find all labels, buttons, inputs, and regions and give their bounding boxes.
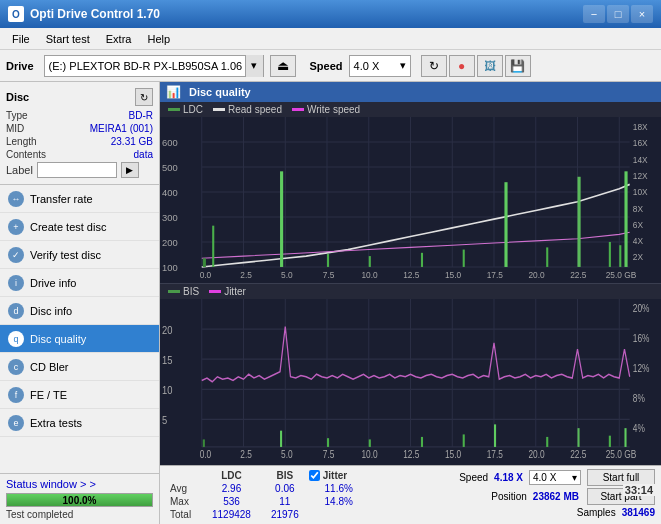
status-window-link[interactable]: Status window > > [6, 478, 96, 490]
svg-text:8%: 8% [633, 393, 645, 404]
svg-text:7.5: 7.5 [323, 270, 335, 280]
sidebar-item-extra-tests[interactable]: e Extra tests [0, 409, 159, 437]
position-val: 23862 MB [533, 491, 579, 502]
disc-label-input[interactable] [37, 162, 117, 178]
menu-help[interactable]: Help [139, 31, 178, 47]
svg-text:500: 500 [162, 162, 178, 173]
disc-mid-label: MID [6, 123, 24, 134]
sidebar-item-disc-quality[interactable]: q Disc quality [0, 325, 159, 353]
main-content: 📊 Disc quality LDC Read speed [160, 82, 661, 524]
speed-combo[interactable]: 4.0 X ▾ [529, 470, 581, 485]
sidebar-item-transfer-rate[interactable]: ↔ Transfer rate [0, 185, 159, 213]
svg-rect-51 [504, 182, 507, 267]
svg-text:4%: 4% [633, 423, 645, 434]
extra-tests-icon: e [8, 415, 24, 431]
create-test-disc-label: Create test disc [30, 221, 106, 233]
sidebar-item-drive-info[interactable]: i Drive info [0, 269, 159, 297]
total-row-label: Total [166, 508, 202, 521]
speed-stat-val: 4.18 X [494, 472, 523, 483]
svg-text:5: 5 [162, 415, 167, 427]
speed-dropdown-arrow[interactable]: ▾ [400, 59, 406, 72]
svg-text:5.0: 5.0 [281, 450, 293, 461]
svg-rect-103 [609, 436, 611, 447]
svg-rect-44 [203, 258, 206, 267]
maximize-button[interactable]: □ [607, 5, 629, 23]
sidebar-item-create-test-disc[interactable]: + Create test disc [0, 213, 159, 241]
svg-text:16X: 16X [633, 138, 648, 148]
menu-start-test[interactable]: Start test [38, 31, 98, 47]
sidebar-item-fe-te[interactable]: f FE / TE [0, 381, 159, 409]
svg-text:25.0 GB: 25.0 GB [606, 270, 637, 280]
toolbar-btn-save[interactable]: 💾 [505, 55, 531, 77]
svg-text:2X: 2X [633, 252, 644, 262]
svg-text:15.0: 15.0 [445, 270, 461, 280]
disc-quality-label: Disc quality [30, 333, 86, 345]
svg-text:5.0: 5.0 [281, 270, 293, 280]
svg-text:25.0 GB: 25.0 GB [606, 450, 637, 461]
svg-text:200: 200 [162, 237, 178, 248]
avg-row-label: Avg [166, 482, 202, 495]
svg-text:12.5: 12.5 [403, 270, 419, 280]
eject-button[interactable]: ⏏ [270, 55, 296, 77]
svg-text:0.0: 0.0 [200, 270, 212, 280]
status-area: Status window > > 100.0% Test completed [0, 473, 159, 524]
sidebar-item-verify-test-disc[interactable]: ✓ Verify test disc [0, 241, 159, 269]
col-ldc-header: LDC [202, 469, 261, 482]
svg-text:20%: 20% [633, 303, 650, 314]
create-test-disc-icon: + [8, 219, 24, 235]
jitter-label: Jitter [323, 470, 347, 481]
app-icon: O [8, 6, 24, 22]
menu-bar: File Start test Extra Help [0, 28, 661, 50]
disc-length-value: 23.31 GB [111, 136, 153, 147]
svg-text:12%: 12% [633, 363, 650, 374]
legend-write-speed: Write speed [307, 104, 360, 115]
svg-text:10.0: 10.0 [361, 450, 377, 461]
svg-text:15.0: 15.0 [445, 450, 461, 461]
menu-file[interactable]: File [4, 31, 38, 47]
bottom-chart-svg: 20 15 10 5 20% 16% 12% 8% 4% 0.0 2.5 5.0… [160, 299, 661, 462]
close-button[interactable]: × [631, 5, 653, 23]
chart-title-bar: 📊 Disc quality [160, 82, 661, 102]
svg-rect-104 [624, 428, 626, 447]
verify-test-disc-icon: ✓ [8, 247, 24, 263]
toolbar-btn-1[interactable]: ↻ [421, 55, 447, 77]
minimize-button[interactable]: − [583, 5, 605, 23]
avg-ldc: 2.96 [202, 482, 261, 495]
toolbar-btn-2[interactable]: ● [449, 55, 475, 77]
disc-quality-icon: q [8, 331, 24, 347]
svg-text:300: 300 [162, 212, 178, 223]
verify-test-disc-label: Verify test disc [30, 249, 101, 261]
legend-read-speed: Read speed [228, 104, 282, 115]
jitter-checkbox[interactable] [309, 470, 320, 481]
transfer-rate-label: Transfer rate [30, 193, 93, 205]
toolbar-btn-3[interactable]: 🖼 [477, 55, 503, 77]
sidebar-item-disc-info[interactable]: d Disc info [0, 297, 159, 325]
sidebar-item-cd-bler[interactable]: c CD Bler [0, 353, 159, 381]
svg-text:10X: 10X [633, 187, 648, 197]
drive-label: Drive [6, 60, 34, 72]
svg-text:0.0: 0.0 [200, 450, 212, 461]
disc-refresh-button[interactable]: ↻ [135, 88, 153, 106]
transfer-rate-icon: ↔ [8, 191, 24, 207]
speed-label: Speed [310, 60, 343, 72]
svg-text:17.5: 17.5 [487, 270, 503, 280]
svg-rect-54 [609, 242, 611, 267]
svg-rect-53 [578, 177, 581, 267]
col-bis-header: BIS [261, 469, 309, 482]
disc-panel: Disc ↻ Type BD-R MID MEIRA1 (001) Length… [0, 82, 159, 185]
status-message: Test completed [6, 509, 153, 520]
samples-label: Samples [577, 507, 616, 518]
disc-label-go-button[interactable]: ▶ [121, 162, 139, 178]
drive-name: (E:) PLEXTOR BD-R PX-LB950SA 1.06 [45, 60, 245, 72]
legend-bis: BIS [183, 286, 199, 297]
svg-text:100: 100 [162, 262, 178, 273]
svg-text:12.5: 12.5 [403, 450, 419, 461]
svg-text:2.5: 2.5 [240, 450, 252, 461]
disc-info-label: Disc info [30, 305, 72, 317]
drive-dropdown-arrow[interactable]: ▾ [245, 55, 263, 77]
svg-text:8X: 8X [633, 203, 644, 213]
menu-extra[interactable]: Extra [98, 31, 140, 47]
disc-section-title: Disc [6, 91, 29, 103]
chart-title: Disc quality [189, 86, 251, 98]
top-chart-svg: 600 500 400 300 200 100 18X 16X 14X 12X … [160, 117, 661, 280]
